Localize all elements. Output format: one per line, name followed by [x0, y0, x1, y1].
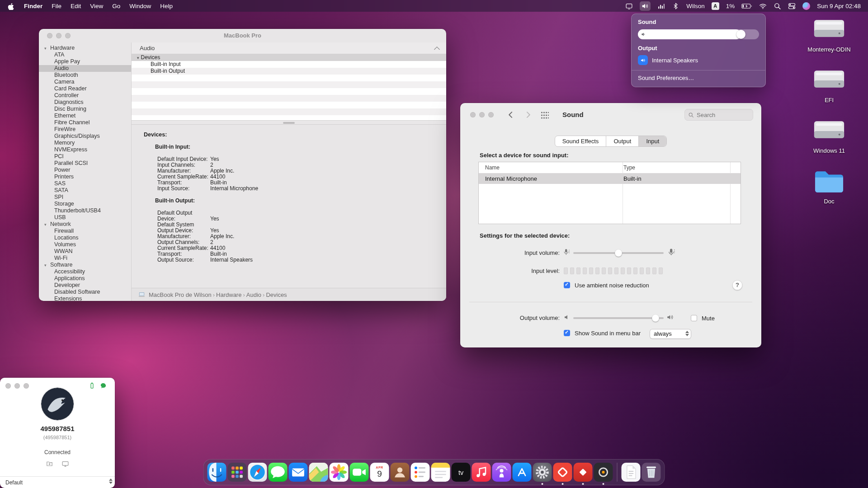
- minimize-button[interactable]: [14, 383, 20, 389]
- spotlight-search-icon[interactable]: [774, 2, 781, 10]
- sidebar-item-ethernet[interactable]: Ethernet: [39, 113, 131, 119]
- menu-item-window[interactable]: Window: [125, 3, 156, 9]
- sidebar-item-wi-fi[interactable]: Wi-Fi: [39, 255, 131, 262]
- table-row-internal-microphone[interactable]: Internal MicrophoneBuilt-in: [479, 174, 741, 184]
- sidebar-item-developer[interactable]: Developer: [39, 282, 131, 289]
- sidebar-item-volumes[interactable]: Volumes: [39, 241, 131, 248]
- sidebar-item-card-reader[interactable]: Card Reader: [39, 85, 131, 92]
- control-center-icon[interactable]: [788, 2, 796, 10]
- dock-icon-notes[interactable]: [431, 463, 450, 482]
- sidebar-item-software[interactable]: ▾Software: [39, 262, 131, 268]
- sidebar-item-printers[interactable]: Printers: [39, 174, 131, 180]
- help-button[interactable]: ?: [732, 280, 742, 290]
- sidebar-item-locations[interactable]: Locations: [39, 235, 131, 241]
- battery-icon[interactable]: [741, 2, 752, 10]
- sound-preferences-link[interactable]: Sound Preferences…: [638, 75, 759, 81]
- sidebar-item-audio[interactable]: Audio: [39, 65, 131, 72]
- popover-volume-slider[interactable]: [638, 29, 759, 39]
- menu-bar-clock[interactable]: Sun 9 Apr 02:48: [817, 3, 861, 9]
- sidebar-item-firewall[interactable]: Firewall: [39, 228, 131, 235]
- dock-icon-anydesk[interactable]: [553, 463, 572, 482]
- dock-icon-documents[interactable]: [622, 463, 641, 482]
- siri-icon[interactable]: [802, 2, 810, 10]
- desktop-icon-monterrey-odin[interactable]: Monterrey-ODIN: [797, 16, 861, 61]
- profile-value[interactable]: Default: [5, 479, 23, 486]
- mute-checkbox[interactable]: [691, 315, 697, 321]
- dock-icon-podcasts[interactable]: [492, 463, 511, 482]
- sidebar-item-extensions[interactable]: Extensions: [39, 296, 131, 301]
- menu-bar-sound-checkbox[interactable]: [564, 330, 570, 336]
- sidebar-item-usb[interactable]: USB: [39, 214, 131, 221]
- dock-icon-reminders[interactable]: [411, 463, 430, 482]
- dock-icon-maps[interactable]: [309, 463, 328, 482]
- display-icon[interactable]: [625, 2, 633, 10]
- profile-select-arrows-icon[interactable]: [109, 479, 113, 484]
- tab-output[interactable]: Output: [606, 136, 638, 146]
- sidebar-item-apple-pay[interactable]: Apple Pay: [39, 58, 131, 65]
- breadcrumb-item[interactable]: Audio: [246, 291, 261, 298]
- ambient-noise-checkbox[interactable]: [564, 282, 570, 288]
- sidebar-item-disabled-software[interactable]: Disabled Software: [39, 289, 131, 296]
- desktop-icon-doc[interactable]: Doc: [797, 168, 861, 212]
- dock-icon-tv[interactable]: tv: [452, 463, 471, 482]
- tab-input[interactable]: Input: [638, 136, 666, 146]
- search-field[interactable]: [684, 109, 753, 121]
- output-volume-knob[interactable]: [652, 314, 659, 322]
- wifi-icon[interactable]: [759, 2, 767, 10]
- sysinfo-titlebar[interactable]: MacBook Pro: [39, 29, 446, 42]
- menu-item-view[interactable]: View: [85, 3, 108, 9]
- menu-item-help[interactable]: Help: [156, 3, 177, 9]
- sidebar-item-graphics-displays[interactable]: Graphics/Displays: [39, 133, 131, 140]
- dock-icon-messages[interactable]: [269, 463, 288, 482]
- sidebar-item-bluetooth[interactable]: Bluetooth: [39, 72, 131, 79]
- dock-icon-safari[interactable]: [248, 463, 267, 482]
- device-row-built-in-output[interactable]: Built-in Output: [132, 68, 446, 75]
- zoom-button[interactable]: [24, 383, 29, 389]
- sidebar-item-controller[interactable]: Controller: [39, 92, 131, 99]
- monitor-icon[interactable]: [61, 460, 69, 469]
- sidebar-item-sata[interactable]: SATA: [39, 187, 131, 194]
- show-all-grid-icon[interactable]: [541, 111, 549, 119]
- column-header-type[interactable]: Type: [623, 162, 635, 173]
- menu-bar-mode-select[interactable]: always: [650, 329, 691, 339]
- sound-menu-icon[interactable]: [640, 1, 651, 11]
- close-button[interactable]: [5, 383, 11, 389]
- devices-group-row[interactable]: ▾Devices: [132, 54, 446, 61]
- sidebar-item-diagnostics[interactable]: Diagnostics: [39, 99, 131, 106]
- sidebar-item-sas[interactable]: SAS: [39, 180, 131, 187]
- menu-item-edit[interactable]: Edit: [66, 3, 85, 9]
- dock-icon-launchpad[interactable]: [228, 463, 247, 482]
- desktop-icon-windows-11[interactable]: Windows 11: [797, 117, 861, 162]
- sidebar-item-firewire[interactable]: FireWire: [39, 126, 131, 133]
- dock-icon-app-dark[interactable]: [594, 463, 613, 482]
- slider-track[interactable]: [573, 317, 664, 319]
- back-button[interactable]: [506, 110, 515, 119]
- input-device-table[interactable]: Name Type Internal MicrophoneBuilt-in: [478, 162, 741, 224]
- output-device-row[interactable]: Internal Speakers: [638, 55, 759, 65]
- sidebar-item-accessibility[interactable]: Accessibility: [39, 268, 131, 275]
- sidebar-item-wwan[interactable]: WWAN: [39, 248, 131, 255]
- sidebar-item-camera[interactable]: Camera: [39, 79, 131, 85]
- sidebar-item-applications[interactable]: Applications: [39, 275, 131, 282]
- menu-item-file[interactable]: File: [47, 3, 66, 9]
- breadcrumb-item[interactable]: Devices: [266, 291, 287, 298]
- popover-volume-knob[interactable]: [736, 30, 745, 39]
- sidebar-item-fibre-channel[interactable]: Fibre Channel: [39, 119, 131, 126]
- audio-section-header[interactable]: Audio: [132, 42, 446, 54]
- pane-splitter[interactable]: [132, 120, 446, 125]
- collapse-chevron-icon[interactable]: [434, 47, 440, 52]
- sidebar-item-ata[interactable]: ATA: [39, 52, 131, 58]
- sidebar-item-parallel-scsi[interactable]: Parallel SCSI: [39, 160, 131, 167]
- file-transfer-icon[interactable]: [46, 460, 53, 469]
- zoom-button[interactable]: [488, 112, 494, 117]
- dock-icon-calendar[interactable]: APR9: [370, 463, 389, 482]
- minimize-button[interactable]: [479, 112, 485, 117]
- desktop-icon-efi[interactable]: EFI: [797, 67, 861, 111]
- input-volume-slider[interactable]: [573, 249, 664, 258]
- dock-icon-music[interactable]: [472, 463, 491, 482]
- dock-icon-facetime[interactable]: [350, 463, 369, 482]
- sidebar-item-nvmexpress[interactable]: NVMExpress: [39, 146, 131, 153]
- bluetooth-icon[interactable]: [672, 2, 679, 10]
- sound-toolbar[interactable]: Sound: [460, 103, 761, 127]
- sidebar-item-storage[interactable]: Storage: [39, 201, 131, 207]
